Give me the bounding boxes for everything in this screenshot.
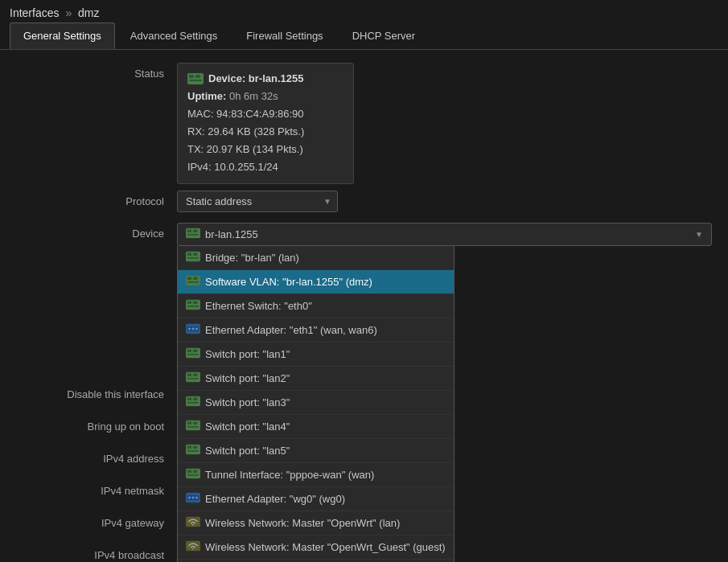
tab-dhcp[interactable]: DHCP Server xyxy=(339,23,430,49)
bridge-icon xyxy=(186,444,200,455)
eth-icon xyxy=(186,492,200,503)
svg-rect-44 xyxy=(187,449,199,451)
dropdown-item-bridge-br-lan[interactable]: Bridge: "br-lan" (lan) xyxy=(178,246,454,270)
dropdown-item-icon xyxy=(186,299,200,313)
ipv4-address-label: IPv4 address xyxy=(16,448,177,465)
main-content: Status Device: br-lan.1255 Uptime: 0h 6m… xyxy=(0,50,728,562)
status-value: Device: br-lan.1255 Uptime: 0h 6m 32s MA… xyxy=(177,63,712,184)
dropdown-item-label: Ethernet Adapter: "eth1" (wan, wan6) xyxy=(205,324,377,336)
wifi-icon xyxy=(186,540,200,552)
dropdown-item-icon xyxy=(186,420,200,433)
device-net-icon xyxy=(186,228,200,239)
status-label: Status xyxy=(16,63,177,80)
status-ipv4: IPv4: 10.0.255.1/24 xyxy=(187,158,343,176)
status-rx: RX: 29.64 KB (328 Pkts.) xyxy=(187,123,343,141)
tab-advanced[interactable]: Advanced Settings xyxy=(117,23,231,49)
dropdown-item-switch-lan2[interactable]: Switch port: "lan2" xyxy=(178,367,454,391)
svg-point-52 xyxy=(191,496,195,499)
dropdown-item-switch-lan3[interactable]: Switch port: "lan3" xyxy=(178,391,454,415)
bridge-icon xyxy=(186,468,200,479)
dropdown-item-label: Switch port: "lan5" xyxy=(205,445,290,457)
svg-rect-10 xyxy=(193,252,197,256)
dropdown-item-eth-wg0[interactable]: Ethernet Adapter: "wg0" (wg0) xyxy=(178,487,454,511)
device-dropdown-list: Bridge: "br-lan" (lan)Software VLAN: "br… xyxy=(177,246,454,562)
dropdown-item-icon xyxy=(186,347,200,361)
dropdown-item-switch-lan1[interactable]: Switch port: "lan1" xyxy=(178,343,454,367)
ipv4-netmask-label: IPv4 netmask xyxy=(16,480,177,497)
breadcrumb-interfaces[interactable]: Interfaces xyxy=(10,6,59,19)
dropdown-item-icon xyxy=(186,540,200,554)
dropdown-item-icon xyxy=(186,396,200,409)
svg-rect-28 xyxy=(187,353,199,355)
ipv4-broadcast-label: IPv4 broadcast xyxy=(16,544,177,561)
bridge-icon xyxy=(186,251,200,262)
wifi-icon xyxy=(186,516,200,527)
dropdown-item-label: Software VLAN: "br-lan.1255" (dmz) xyxy=(205,276,372,288)
dropdown-item-label: Switch port: "lan4" xyxy=(205,420,290,433)
dropdown-item-wifi-openwrt-dmz[interactable]: Wireless Network: Master "OpenWrt_DMZ" (… xyxy=(178,560,454,562)
svg-rect-48 xyxy=(187,474,199,475)
ipv4-gateway-label: IPv4 gateway xyxy=(16,512,177,529)
dropdown-item-wifi-openwrt-lan[interactable]: Wireless Network: Master "OpenWrt" (lan) xyxy=(178,511,454,535)
dropdown-item-wifi-openwrt-guest[interactable]: Wireless Network: Master "OpenWrt_Guest"… xyxy=(178,535,454,560)
dropdown-item-label: Switch port: "lan2" xyxy=(205,372,290,384)
svg-rect-32 xyxy=(187,377,199,379)
svg-rect-34 xyxy=(187,397,191,400)
network-device-icon xyxy=(187,73,204,84)
dropdown-item-eth-switch-eth0[interactable]: Ethernet Switch: "eth0" xyxy=(178,294,454,318)
bridge-icon xyxy=(186,371,200,383)
protocol-select[interactable]: Static address xyxy=(177,191,338,212)
dropdown-item-label: Switch port: "lan3" xyxy=(205,396,290,408)
eth-icon xyxy=(186,323,200,334)
bridge-icon xyxy=(186,299,200,310)
dropdown-item-icon xyxy=(186,251,200,265)
protocol-control: Static address xyxy=(177,191,712,212)
dropdown-item-vlan-br-lan-1255[interactable]: Software VLAN: "br-lan.1255" (dmz) xyxy=(178,270,454,294)
bring-up-label: Bring up on boot xyxy=(16,416,177,433)
dropdown-item-eth-adapter-eth1[interactable]: Ethernet Adapter: "eth1" (wan, wan6) xyxy=(178,318,454,343)
svg-point-51 xyxy=(188,496,191,499)
status-device: Device: br-lan.1255 xyxy=(208,70,304,88)
dropdown-item-tunnel-pppoe-wan[interactable]: Tunnel Interface: "pppoe-wan" (wan) xyxy=(178,463,454,487)
dropdown-item-icon xyxy=(186,516,200,530)
device-select-button[interactable]: br-lan.1255 ▼ xyxy=(177,223,712,246)
dropdown-item-icon xyxy=(186,275,200,289)
svg-rect-46 xyxy=(187,470,191,473)
svg-rect-30 xyxy=(187,373,191,376)
breadcrumb: Interfaces » dmz xyxy=(0,0,728,23)
status-mac: MAC: 94:83:C4:A9:86:90 xyxy=(187,105,343,123)
tab-firewall[interactable]: Firewall Settings xyxy=(232,23,336,49)
dropdown-item-label: Ethernet Adapter: "wg0" (wg0) xyxy=(205,493,345,505)
svg-rect-5 xyxy=(187,229,191,232)
svg-rect-43 xyxy=(193,445,197,449)
protocol-select-wrapper: Static address xyxy=(177,191,338,212)
svg-rect-35 xyxy=(193,397,197,400)
svg-rect-18 xyxy=(193,301,197,304)
svg-rect-26 xyxy=(187,349,191,352)
svg-rect-2 xyxy=(195,75,200,78)
dropdown-item-switch-lan5[interactable]: Switch port: "lan5" xyxy=(178,439,454,463)
svg-rect-14 xyxy=(193,277,197,280)
svg-rect-38 xyxy=(187,421,191,425)
svg-rect-7 xyxy=(187,233,199,235)
disable-label: Disable this interface xyxy=(16,384,177,400)
device-icon xyxy=(186,228,200,241)
device-value: br-lan.1255 xyxy=(205,228,258,240)
status-tx: TX: 20.97 KB (134 Pkts.) xyxy=(187,141,343,158)
device-label: Device xyxy=(16,223,177,240)
protocol-label: Protocol xyxy=(16,191,177,207)
tab-general[interactable]: General Settings xyxy=(10,23,115,49)
svg-rect-19 xyxy=(187,305,199,306)
svg-point-24 xyxy=(195,327,199,330)
dropdown-item-switch-lan4[interactable]: Switch port: "lan4" xyxy=(178,415,454,439)
status-uptime: Uptime: 0h 6m 32s xyxy=(187,88,343,105)
svg-rect-1 xyxy=(189,75,194,78)
breadcrumb-separator: » xyxy=(65,6,72,19)
dropdown-item-icon xyxy=(186,444,200,457)
device-control: br-lan.1255 ▼ Bridge: "br-lan" (lan)Soft… xyxy=(177,223,712,246)
bridge-icon xyxy=(186,275,200,286)
svg-rect-13 xyxy=(187,277,191,280)
svg-rect-42 xyxy=(187,445,191,449)
protocol-row: Protocol Static address xyxy=(16,191,712,216)
dropdown-arrow-icon: ▼ xyxy=(695,230,703,239)
